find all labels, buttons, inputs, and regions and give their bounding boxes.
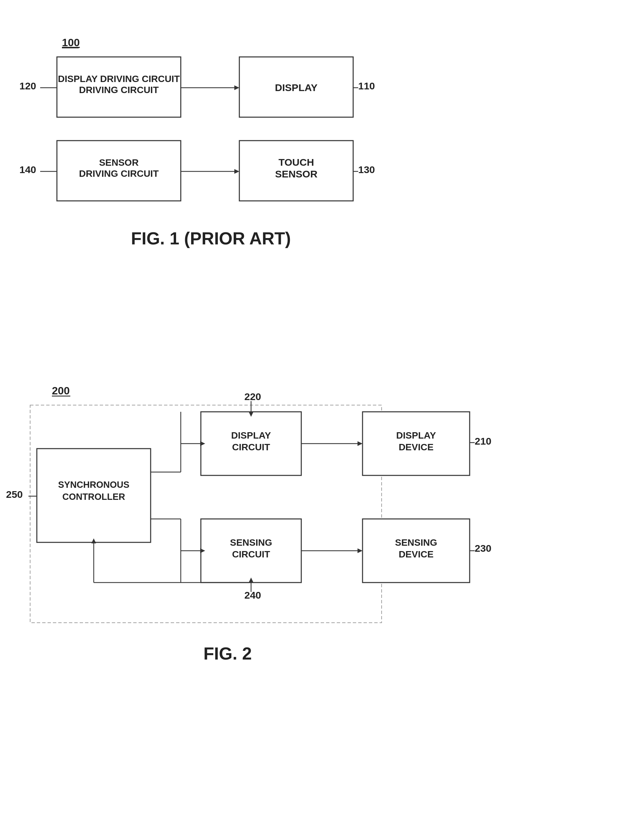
svg-text:SENSING: SENSING <box>230 537 272 548</box>
ref-label-140: 140 <box>19 164 36 175</box>
svg-text:CIRCUIT: CIRCUIT <box>232 549 270 559</box>
svg-text:DISPLAY: DISPLAY <box>231 430 271 441</box>
svg-text:SENSOR: SENSOR <box>275 168 318 180</box>
svg-marker-5 <box>234 85 239 90</box>
ref-label-200: 200 <box>52 385 69 397</box>
svg-text:DISPLAY
DRIVING CIRCUIT: DISPLAY DRIVING CIRCUIT <box>58 74 180 84</box>
svg-text:CIRCUIT: CIRCUIT <box>232 442 270 452</box>
svg-text:DISPLAY: DISPLAY <box>396 430 436 441</box>
svg-marker-40 <box>357 441 363 446</box>
ref-label-110: 110 <box>358 81 375 92</box>
ref-label-220: 220 <box>245 391 261 402</box>
fig2-diagram: 200 SYNCHRONOUS CONTROLLER 250 DISPLAY C… <box>0 368 630 820</box>
ref-label-100: 100 <box>62 36 80 49</box>
ref-label-240: 240 <box>245 590 261 601</box>
ref-label-210: 210 <box>475 436 491 447</box>
svg-text:DISPLAY: DISPLAY <box>275 82 317 93</box>
fig2-caption: FIG. 2 <box>204 644 252 663</box>
svg-text:DEVICE: DEVICE <box>399 549 434 559</box>
ref-label-130: 130 <box>358 164 375 175</box>
svg-text:SYNCHRONOUS: SYNCHRONOUS <box>58 480 129 490</box>
svg-text:SENSOR: SENSOR <box>99 157 139 168</box>
svg-text:TOUCH: TOUCH <box>278 157 314 168</box>
svg-marker-45 <box>357 548 363 553</box>
ref-label-250: 250 <box>6 489 23 500</box>
svg-text:DRIVING CIRCUIT: DRIVING CIRCUIT <box>79 85 159 95</box>
fig1-caption: FIG. 1 (PRIOR ART) <box>131 229 291 248</box>
page: 100 DISPLAY DRIVING CIRCUIT DRIVING CIRC… <box>0 0 630 840</box>
svg-text:CONTROLLER: CONTROLLER <box>62 492 125 502</box>
ref-label-230: 230 <box>475 543 491 554</box>
svg-text:DRIVING CIRCUIT: DRIVING CIRCUIT <box>79 168 159 179</box>
fig1-diagram: 100 DISPLAY DRIVING CIRCUIT DRIVING CIRC… <box>0 17 630 368</box>
ref-label-120: 120 <box>19 81 36 92</box>
svg-marker-12 <box>234 169 239 174</box>
svg-text:SENSING: SENSING <box>395 537 437 548</box>
svg-text:DEVICE: DEVICE <box>399 442 434 452</box>
